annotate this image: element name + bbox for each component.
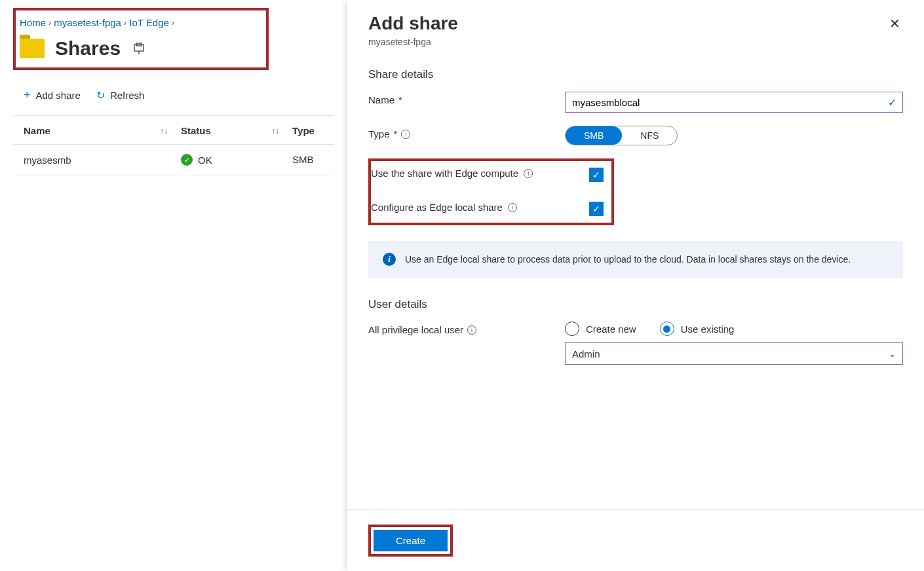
type-nfs-option[interactable]: NFS	[622, 126, 677, 145]
breadcrumb: Home › myasetest-fpga › IoT Edge ›	[20, 13, 258, 37]
close-icon[interactable]: ✕	[887, 13, 903, 34]
configure-local-label: Configure as Edge local share	[371, 202, 503, 213]
type-label: Type	[368, 128, 390, 139]
panel-title: Add share	[368, 13, 458, 34]
status-text: OK	[198, 155, 212, 166]
share-name-input[interactable]	[565, 92, 903, 113]
required-asterisk: *	[394, 128, 398, 139]
breadcrumb-device[interactable]: myasetest-fpga	[54, 17, 121, 28]
col-status-header[interactable]: Status	[181, 125, 211, 136]
info-text: Use an Edge local share to process data …	[405, 253, 851, 267]
chevron-right-icon: ›	[48, 18, 51, 28]
chevron-down-icon: ⌄	[889, 349, 896, 359]
toolbar: + Add share ↻ Refresh	[13, 70, 334, 115]
create-highlight: Create	[368, 525, 453, 557]
info-icon[interactable]: i	[508, 203, 517, 212]
col-type-header[interactable]: Type	[292, 125, 315, 136]
plus-icon: +	[24, 88, 31, 102]
refresh-label: Refresh	[110, 90, 145, 101]
info-icon[interactable]: i	[401, 130, 410, 139]
required-asterisk: *	[398, 94, 402, 105]
user-select[interactable]: Admin ⌄	[565, 342, 903, 365]
checkbox-highlight: Use the share with Edge compute i ✓ Conf…	[368, 158, 614, 225]
row-type: SMB	[292, 154, 324, 166]
radio-icon	[660, 322, 674, 336]
name-label: Name	[368, 94, 395, 105]
info-box: i Use an Edge local share to process dat…	[368, 241, 903, 278]
status-badge: ✓ OK	[181, 154, 212, 166]
check-circle-icon: ✓	[181, 154, 193, 166]
radio-icon	[565, 322, 579, 336]
use-existing-radio[interactable]: Use existing	[660, 322, 735, 336]
refresh-button[interactable]: ↻ Refresh	[96, 89, 145, 101]
row-name: myasesmb	[24, 154, 181, 166]
create-new-radio[interactable]: Create new	[565, 322, 636, 336]
col-name-header[interactable]: Name	[24, 125, 50, 136]
type-smb-option[interactable]: SMB	[566, 126, 622, 145]
chevron-right-icon: ›	[172, 18, 174, 28]
table-header: Name ↑↓ Status ↑↓ Type	[13, 115, 334, 145]
create-button[interactable]: Create	[374, 530, 448, 551]
type-toggle: SMB NFS	[565, 126, 678, 145]
info-icon[interactable]: i	[467, 325, 476, 335]
use-edge-compute-label: Use the share with Edge compute	[371, 168, 518, 179]
add-share-button[interactable]: + Add share	[24, 88, 81, 102]
sort-icon[interactable]: ↑↓	[271, 126, 279, 136]
chevron-right-icon: ›	[124, 18, 126, 28]
check-icon: ✓	[888, 96, 896, 109]
breadcrumb-highlight: Home › myasetest-fpga › IoT Edge › Share…	[13, 8, 269, 70]
use-existing-label: Use existing	[681, 323, 735, 335]
info-circle-icon: i	[383, 253, 396, 266]
add-share-panel: Add share myasetest-fpga ✕ Share details…	[347, 0, 924, 571]
user-select-value: Admin	[572, 348, 600, 359]
breadcrumb-section[interactable]: IoT Edge	[129, 17, 169, 28]
configure-local-checkbox[interactable]: ✓	[589, 202, 604, 216]
page-title: Shares	[55, 37, 121, 60]
pin-icon[interactable]	[131, 41, 147, 56]
refresh-icon: ↻	[96, 89, 105, 101]
breadcrumb-home[interactable]: Home	[20, 17, 46, 28]
panel-subtitle: myasetest-fpga	[368, 37, 458, 47]
create-new-label: Create new	[586, 323, 636, 335]
table-row[interactable]: myasesmb ✓ OK SMB	[13, 145, 334, 175]
privilege-label: All privilege local user	[368, 324, 463, 335]
share-details-heading: Share details	[368, 68, 903, 81]
user-details-heading: User details	[368, 298, 903, 311]
info-icon[interactable]: i	[524, 169, 533, 178]
use-edge-compute-checkbox[interactable]: ✓	[589, 168, 604, 182]
add-share-label: Add share	[36, 90, 81, 101]
sort-icon[interactable]: ↑↓	[160, 126, 168, 136]
folder-icon	[20, 39, 45, 58]
